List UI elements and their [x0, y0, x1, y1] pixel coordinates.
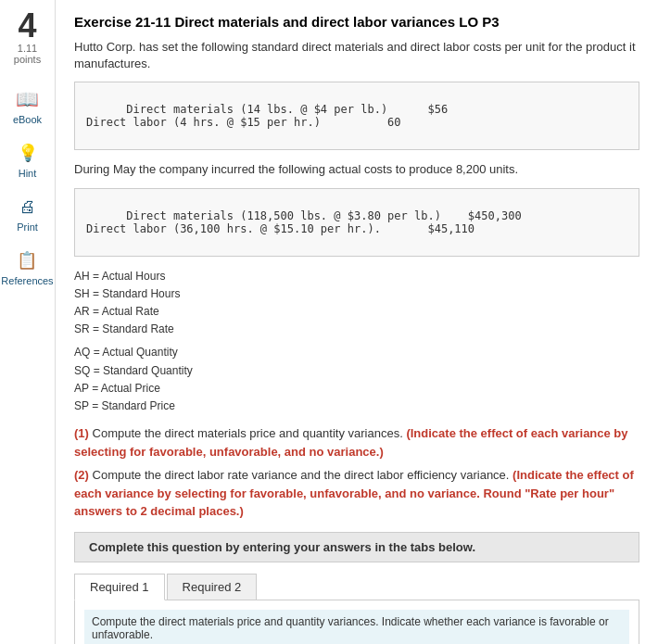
- hint-label: Hint: [19, 168, 37, 179]
- actual-costs-box: Direct materials (118,500 lbs. @ $3.80 p…: [74, 188, 639, 257]
- instruction1-text: Compute the direct materials price and q…: [93, 426, 407, 440]
- compute-instruction: Compute the direct materials price and q…: [84, 610, 629, 644]
- tab-required2[interactable]: Required 2: [167, 574, 258, 600]
- references-label: References: [1, 275, 53, 286]
- sidebar-item-references[interactable]: 📋 References: [1, 247, 53, 286]
- exercise-title: Exercise 21-11 Direct materials and dire…: [74, 14, 639, 30]
- print-icon: 🖨: [15, 194, 41, 220]
- tab-required1[interactable]: Required 1: [74, 574, 165, 600]
- intro-text: Hutto Corp. has set the following standa…: [74, 39, 639, 72]
- sidebar-item-print[interactable]: 🖨 Print: [15, 194, 41, 233]
- actual-intro: During May the company incurred the foll…: [74, 161, 639, 178]
- problem-number: 4: [18, 9, 36, 43]
- tab-content-required1: Compute the direct materials price and q…: [74, 600, 639, 644]
- main-content: Exercise 21-11 Direct materials and dire…: [56, 0, 658, 644]
- book-icon: 📖: [14, 86, 40, 112]
- instructions: (1) Compute the direct materials price a…: [74, 424, 639, 521]
- sidebar-item-ebook[interactable]: 📖 eBook: [13, 86, 42, 125]
- sidebar: 4 1.11 points 📖 eBook 💡 Hint 🖨 Print 📋 R…: [0, 0, 56, 644]
- tabs-container: Required 1 Required 2: [74, 574, 639, 600]
- question-box: Complete this question by entering your …: [74, 532, 639, 562]
- instruction1-number: (1): [74, 426, 89, 440]
- standard-costs-box: Direct materials (14 lbs. @ $4 per lb.) …: [74, 82, 639, 150]
- references-icon: 📋: [14, 247, 40, 273]
- ebook-label: eBook: [13, 114, 42, 125]
- print-label: Print: [17, 221, 38, 233]
- abbreviations: AH = Actual Hours SH = Standard Hours AR…: [74, 268, 639, 416]
- instruction2-text: Compute the direct labor rate variance a…: [93, 468, 513, 482]
- points-value: 1.11 points: [14, 43, 41, 65]
- bulb-icon: 💡: [15, 140, 41, 166]
- instruction2-number: (2): [74, 468, 89, 482]
- sidebar-item-hint[interactable]: 💡 Hint: [15, 140, 41, 179]
